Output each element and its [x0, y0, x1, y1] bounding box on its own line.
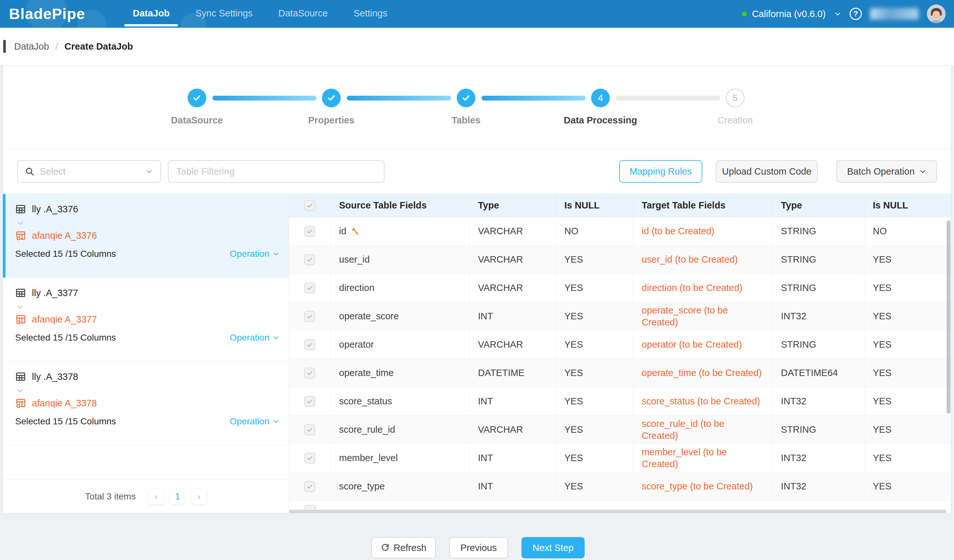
- sidebar-table-item[interactable]: lly .A_3377 afanqie A_3377 Selected 15 /…: [3, 278, 289, 361]
- mapping-rules-button[interactable]: Mapping Rules: [619, 160, 702, 183]
- stepper-step: 5 Creation: [687, 89, 784, 126]
- check-icon: [461, 93, 471, 103]
- source-type-cell: VARCHAR: [469, 246, 556, 274]
- source-field-cell: direction: [330, 274, 469, 302]
- target-isnull-cell: YES: [864, 387, 951, 415]
- operation-link[interactable]: Operation: [230, 333, 279, 343]
- operation-link[interactable]: Operation: [230, 416, 279, 426]
- chevron-down-icon[interactable]: [16, 219, 25, 227]
- row-checkbox[interactable]: [304, 368, 315, 379]
- stepper-step: Properties: [283, 89, 380, 126]
- breadcrumb: DataJob / Create DataJob: [0, 28, 954, 65]
- batch-operation-button[interactable]: Batch Operation: [836, 160, 937, 183]
- search-icon: [25, 166, 34, 176]
- chevron-down-icon: [145, 168, 153, 175]
- table-icon: [15, 288, 26, 299]
- row-checkbox[interactable]: [304, 311, 315, 322]
- chevron-down-icon[interactable]: [834, 10, 841, 17]
- breadcrumb-separator: /: [55, 41, 58, 52]
- field-mapping-table: Source Table Fields Type Is NULL Target …: [289, 194, 951, 513]
- breadcrumb-section[interactable]: DataJob: [14, 41, 49, 52]
- target-table-row: afanqie A_3378: [15, 398, 279, 409]
- table-row: id VARCHAR NO id (to be Created) STRING …: [289, 217, 951, 246]
- operation-link[interactable]: Operation: [230, 249, 279, 259]
- row-checkbox[interactable]: [304, 226, 315, 237]
- header-checkbox-cell: [289, 194, 330, 217]
- source-field-cell: member_level: [330, 444, 469, 472]
- next-step-button[interactable]: Next Step: [521, 537, 585, 558]
- sidebar-table-item[interactable]: lly .A_3376 afanqie A_3376 Selected 15 /…: [3, 194, 289, 278]
- app-logo: BladePipe: [9, 0, 85, 28]
- source-type-cell: INT: [469, 472, 556, 500]
- table-icon: [15, 204, 26, 215]
- selected-columns-label: Selected 15 /15 Columns: [15, 416, 116, 426]
- operation-label: Operation: [230, 333, 270, 343]
- nav-item[interactable]: Settings: [341, 0, 400, 28]
- target-isnull-cell: YES: [864, 302, 951, 330]
- nav-item[interactable]: Sync Settings: [182, 0, 265, 28]
- target-isnull-cell: YES: [864, 444, 951, 472]
- step-number: 5: [733, 92, 738, 103]
- nav-item[interactable]: DataSource: [266, 0, 341, 28]
- source-table-name: lly .A_3378: [32, 372, 78, 382]
- status-dot: [742, 12, 747, 16]
- table-row: operate_score INT YES operate_score (to …: [289, 302, 951, 331]
- upload-custom-code-button[interactable]: Upload Custom Code: [716, 160, 818, 183]
- table-header-row: Source Table Fields Type Is NULL Target …: [289, 194, 951, 217]
- source-table-name: lly .A_3377: [32, 288, 78, 299]
- batch-operation-label: Batch Operation: [847, 166, 915, 177]
- pagination-page-1[interactable]: 1: [170, 489, 186, 504]
- avatar[interactable]: [927, 5, 946, 23]
- chevron-down-icon[interactable]: [16, 387, 25, 394]
- help-icon[interactable]: ?: [850, 8, 862, 20]
- header-target-fields: Target Table Fields: [633, 194, 772, 217]
- target-type-cell: STRING: [772, 217, 864, 245]
- nav-item[interactable]: DataJob: [120, 0, 182, 28]
- chevron-down-icon[interactable]: [16, 303, 25, 311]
- step-circle: [322, 89, 341, 107]
- previous-button[interactable]: Previous: [449, 537, 508, 558]
- row-checkbox-cell: [289, 444, 330, 472]
- vertical-scrollbar-thumb[interactable]: [946, 220, 951, 414]
- target-field-name: id (to be Created): [642, 225, 714, 237]
- target-field-cell: direction (to be Created): [633, 274, 772, 302]
- source-isnull-cell: YES: [556, 444, 633, 472]
- source-field-cell: score_rule_id: [330, 416, 469, 444]
- horizontal-scrollbar[interactable]: [289, 510, 946, 513]
- pagination-prev-button[interactable]: ‹: [148, 489, 164, 504]
- table-select-combobox[interactable]: Select: [17, 160, 161, 183]
- row-checkbox[interactable]: [304, 481, 315, 492]
- table-filtering-input[interactable]: [168, 160, 385, 183]
- target-field-name: score_type (to be Created): [642, 481, 753, 492]
- target-isnull-cell: NO: [864, 217, 951, 245]
- stepper-step: Tables: [418, 89, 514, 126]
- header-target-type: Type: [772, 194, 864, 217]
- header-source-type: Type: [469, 194, 556, 217]
- pagination-next-button[interactable]: ›: [191, 489, 207, 504]
- row-checkbox[interactable]: [304, 396, 315, 407]
- target-field-cell: operator (to be Created): [633, 331, 772, 359]
- row-checkbox[interactable]: [304, 339, 315, 350]
- source-type-cell: INT: [469, 302, 556, 330]
- row-checkbox[interactable]: [304, 453, 315, 464]
- table-add-icon: [15, 230, 26, 241]
- sidebar-table-item[interactable]: lly .A_3378 afanqie A_3378 Selected 15 /…: [3, 361, 289, 445]
- row-checkbox[interactable]: [304, 254, 315, 265]
- operation-label: Operation: [230, 249, 270, 259]
- main-panel: DataSource Properties Tables 4 Data Proc…: [3, 65, 951, 513]
- source-table-name: lly .A_3376: [32, 204, 78, 215]
- header-checkbox[interactable]: [304, 200, 315, 211]
- target-type-cell: STRING: [772, 331, 864, 359]
- stepper: DataSource Properties Tables 4 Data Proc…: [3, 65, 951, 149]
- row-checkbox-cell: [289, 246, 330, 274]
- source-field-name: member_level: [339, 453, 398, 464]
- source-field-name: direction: [339, 283, 374, 293]
- refresh-button[interactable]: Refresh: [371, 537, 436, 558]
- row-checkbox[interactable]: [304, 283, 315, 294]
- row-checkbox[interactable]: [304, 424, 315, 435]
- target-table-name: afanqie A_3378: [32, 398, 97, 409]
- item-footer-row: Selected 15 /15 Columns Operation: [15, 333, 279, 343]
- target-field-cell: operate_score (to be Created): [633, 302, 772, 330]
- sidebar-pagination: Total 3 items ‹ 1 ›: [3, 479, 289, 513]
- target-table-row: afanqie A_3376: [15, 230, 279, 241]
